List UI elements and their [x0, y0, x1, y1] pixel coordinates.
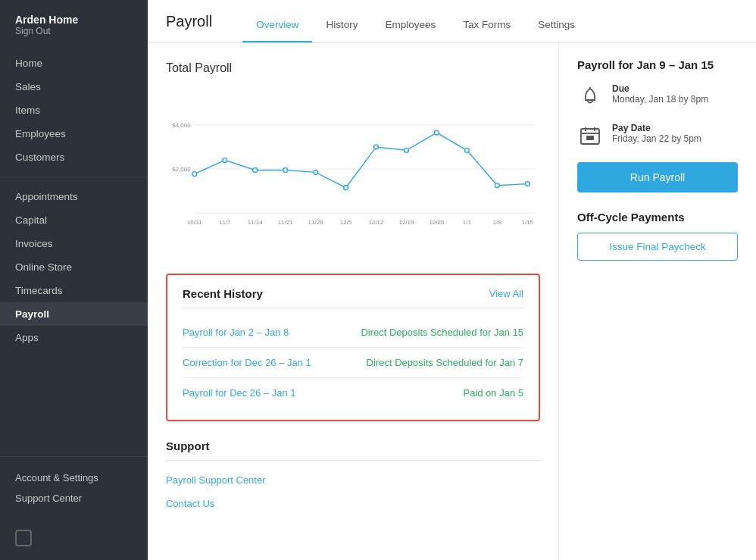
svg-point-23: [374, 145, 379, 149]
recent-history-section: Recent History View All Payroll for Jan …: [166, 274, 540, 421]
sidebar-item-employees[interactable]: Employees: [0, 122, 148, 145]
svg-text:11/21: 11/21: [278, 219, 294, 226]
sidebar-item-timecards[interactable]: Timecards: [0, 279, 148, 302]
issue-paycheck-button[interactable]: Issue Final Paycheck: [577, 233, 738, 261]
history-status-3: Paid on Jan 5: [463, 387, 523, 399]
svg-text:1/1: 1/1: [463, 219, 472, 226]
support-link-1[interactable]: Payroll Support Center: [166, 468, 540, 492]
sidebar-divider-1: [0, 177, 148, 177]
sidebar-item-customers[interactable]: Customers: [0, 145, 148, 169]
svg-text:12/19: 12/19: [398, 219, 414, 226]
sidebar: Arden Home Sign Out Home Sales Items Emp…: [0, 0, 148, 560]
due-info-row: Due Monday, Jan 18 by 8pm: [577, 83, 738, 109]
sidebar-item-support-center[interactable]: Support Center: [15, 488, 133, 508]
chart-container: Total Payroll $4,000 $2,000 10/31 11/7 1…: [166, 61, 540, 255]
sidebar-item-payroll[interactable]: Payroll: [0, 302, 148, 326]
sidebar-item-account-settings[interactable]: Account & Settings: [15, 468, 133, 488]
history-row-3: Payroll for Dec 26 – Jan 1 Paid on Jan 5: [183, 378, 523, 408]
svg-point-26: [464, 148, 469, 152]
sidebar-item-sales[interactable]: Sales: [0, 75, 148, 99]
history-header: Recent History View All: [183, 287, 523, 308]
due-info-text: Due Monday, Jan 18 by 8pm: [612, 83, 708, 105]
due-label: Due: [612, 83, 708, 94]
history-link-2[interactable]: Correction for Dec 26 – Jan 1: [183, 357, 311, 368]
sidebar-item-home[interactable]: Home: [0, 52, 148, 75]
bell-icon: [577, 83, 603, 109]
payroll-period-title: Payroll for Jan 9 – Jan 15: [577, 58, 738, 71]
svg-point-27: [495, 183, 499, 188]
off-cycle-title: Off-Cycle Payments: [577, 211, 738, 224]
due-value: Monday, Jan 18 by 8pm: [612, 94, 708, 105]
svg-text:$4,000: $4,000: [172, 122, 191, 129]
sidebar-item-appointments[interactable]: Appointments: [0, 185, 148, 208]
svg-point-20: [283, 168, 288, 173]
history-status-2: Direct Deposits Scheduled for Jan 7: [367, 357, 523, 368]
tab-overview[interactable]: Overview: [242, 0, 312, 42]
paydate-info-text: Pay Date Friday, Jan 22 by 5pm: [612, 123, 701, 144]
calendar-icon: [577, 123, 603, 149]
history-row-2: Correction for Dec 26 – Jan 1 Direct Dep…: [183, 348, 523, 378]
chart-title: Total Payroll: [166, 61, 540, 75]
svg-point-24: [405, 148, 409, 152]
svg-rect-36: [586, 136, 594, 140]
sidebar-item-apps[interactable]: Apps: [0, 326, 148, 349]
sidebar-bottom: [0, 519, 148, 560]
svg-text:11/14: 11/14: [248, 219, 264, 226]
sidebar-header: Arden Home Sign Out: [0, 0, 148, 44]
tab-history[interactable]: History: [312, 0, 371, 42]
svg-point-21: [314, 170, 318, 174]
history-status-1: Direct Deposits Scheduled for Jan 15: [361, 327, 523, 338]
svg-text:11/7: 11/7: [219, 219, 231, 226]
svg-text:11/28: 11/28: [308, 219, 324, 226]
paydate-value: Friday, Jan 22 by 5pm: [612, 133, 701, 144]
tab-employees[interactable]: Employees: [371, 0, 449, 42]
paydate-label: Pay Date: [612, 123, 701, 133]
view-all-link[interactable]: View All: [489, 288, 523, 299]
history-row-1: Payroll for Jan 2 – Jan 8 Direct Deposit…: [183, 318, 523, 348]
svg-text:12/12: 12/12: [369, 219, 385, 226]
svg-point-25: [435, 130, 439, 135]
page-title: Payroll: [166, 13, 212, 30]
tab-bar: Overview History Employees Tax Forms Set…: [242, 0, 589, 42]
payroll-chart: $4,000 $2,000 10/31 11/7 11/14 11/21 11/…: [166, 86, 540, 252]
top-nav: Payroll Overview History Employees Tax F…: [148, 0, 756, 43]
sidebar-item-invoices[interactable]: Invoices: [0, 232, 148, 255]
left-panel: Total Payroll $4,000 $2,000 10/31 11/7 1…: [148, 43, 559, 560]
tab-settings[interactable]: Settings: [524, 0, 589, 42]
history-link-1[interactable]: Payroll for Jan 2 – Jan 8: [183, 327, 289, 338]
svg-text:1/8: 1/8: [493, 219, 502, 226]
svg-text:12/26: 12/26: [429, 219, 445, 226]
sidebar-signout[interactable]: Sign Out: [15, 26, 133, 36]
support-link-2[interactable]: Contact Us: [166, 492, 540, 515]
paydate-info-row: Pay Date Friday, Jan 22 by 5pm: [577, 123, 738, 149]
svg-text:12/5: 12/5: [340, 219, 352, 226]
svg-point-22: [344, 186, 348, 190]
svg-point-19: [253, 168, 258, 173]
history-link-3[interactable]: Payroll for Dec 26 – Jan 1: [183, 387, 296, 399]
sidebar-nav: Home Sales Items Employees Customers App…: [0, 44, 148, 456]
right-panel: Payroll for Jan 9 – Jan 15 Due Monday, J…: [559, 43, 756, 560]
sidebar-item-items[interactable]: Items: [0, 99, 148, 122]
sidebar-footer: Account & Settings Support Center: [0, 456, 148, 519]
support-title: Support: [166, 440, 540, 461]
sidebar-item-capital[interactable]: Capital: [0, 208, 148, 232]
square-logo-icon: [15, 530, 32, 546]
svg-text:$2,000: $2,000: [172, 166, 191, 173]
run-payroll-button[interactable]: Run Payroll: [577, 162, 738, 192]
svg-text:10/31: 10/31: [187, 219, 203, 226]
main-content: Payroll Overview History Employees Tax F…: [148, 0, 756, 560]
tab-tax-forms[interactable]: Tax Forms: [449, 0, 524, 42]
svg-point-18: [223, 158, 227, 162]
sidebar-brand: Arden Home: [15, 14, 133, 26]
support-section: Support Payroll Support Center Contact U…: [166, 440, 540, 515]
svg-point-28: [525, 182, 530, 186]
svg-point-17: [192, 172, 197, 177]
history-title: Recent History: [183, 287, 263, 300]
content-area: Total Payroll $4,000 $2,000 10/31 11/7 1…: [148, 43, 756, 560]
svg-text:1/15: 1/15: [522, 219, 534, 226]
sidebar-item-online-store[interactable]: Online Store: [0, 255, 148, 279]
